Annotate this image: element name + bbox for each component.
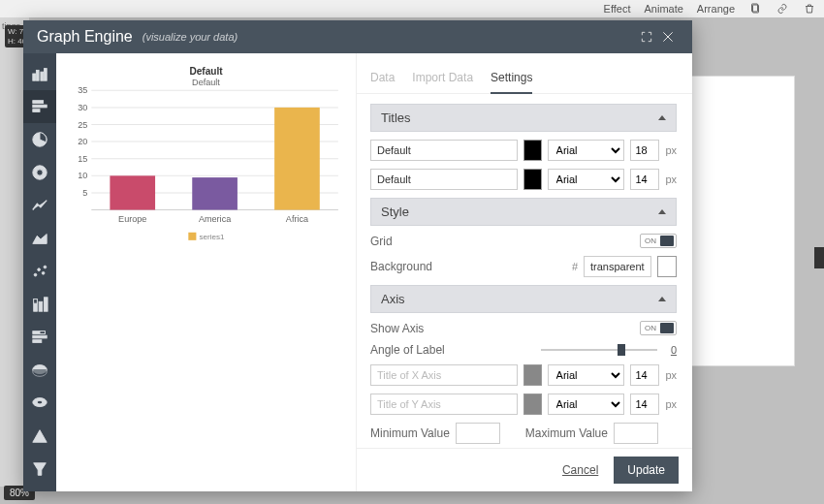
chevron-up-icon bbox=[658, 209, 666, 214]
x-axis-size-input[interactable] bbox=[630, 364, 659, 386]
close-icon[interactable] bbox=[657, 26, 679, 47]
menu-effect[interactable]: Effect bbox=[604, 3, 631, 15]
section-titles-label: Titles bbox=[381, 110, 411, 125]
svg-point-14 bbox=[42, 271, 45, 274]
min-value-input[interactable] bbox=[456, 423, 500, 444]
svg-text:5: 5 bbox=[82, 188, 87, 198]
modal-title: Graph Engine bbox=[37, 28, 133, 46]
bar-stacked-icon[interactable] bbox=[23, 288, 56, 321]
tab-settings[interactable]: Settings bbox=[491, 71, 532, 94]
donut-3d-icon[interactable] bbox=[23, 387, 56, 420]
svg-text:20: 20 bbox=[78, 137, 87, 146]
title-size-unit: px bbox=[665, 144, 677, 156]
svg-rect-22 bbox=[33, 335, 47, 338]
link-icon[interactable] bbox=[776, 2, 789, 16]
x-axis-title-input[interactable] bbox=[370, 364, 518, 386]
svg-rect-46 bbox=[192, 177, 238, 209]
chevron-up-icon bbox=[658, 297, 666, 301]
svg-text:America: America bbox=[199, 214, 232, 224]
settings-tabs: Data Import Data Settings bbox=[357, 53, 692, 94]
svg-rect-4 bbox=[41, 72, 44, 80]
svg-rect-2 bbox=[33, 74, 36, 80]
section-titles-header[interactable]: Titles bbox=[370, 104, 677, 132]
bar-grouped-icon[interactable] bbox=[23, 57, 56, 90]
menu-animate[interactable]: Animate bbox=[645, 3, 683, 15]
subtitle-color-swatch[interactable] bbox=[523, 169, 542, 190]
cancel-button[interactable]: Cancel bbox=[562, 463, 598, 477]
scatter-icon[interactable] bbox=[23, 255, 56, 288]
y-axis-title-input[interactable] bbox=[370, 394, 518, 415]
subtitle-size-input[interactable] bbox=[630, 169, 659, 190]
section-axis-header[interactable]: Axis bbox=[370, 285, 677, 313]
grid-label: Grid bbox=[370, 235, 393, 248]
right-drawer-tab[interactable] bbox=[814, 247, 824, 268]
subtitle-size-unit: px bbox=[665, 173, 677, 185]
update-button[interactable]: Update bbox=[614, 457, 679, 484]
pie-icon[interactable] bbox=[23, 123, 56, 156]
subtitle-text-input[interactable] bbox=[370, 169, 518, 190]
background-value-input[interactable] bbox=[584, 256, 651, 277]
svg-rect-17 bbox=[34, 299, 38, 304]
title-font-select[interactable]: Arial bbox=[548, 140, 625, 161]
svg-text:Europe: Europe bbox=[118, 214, 146, 224]
graph-engine-modal: Graph Engine (visualize your data) bbox=[23, 20, 692, 491]
svg-rect-5 bbox=[45, 69, 48, 81]
funnel-icon[interactable] bbox=[23, 453, 56, 486]
background-color-swatch[interactable] bbox=[657, 256, 677, 277]
menu-arrange[interactable]: Arrange bbox=[697, 3, 735, 15]
angle-slider[interactable] bbox=[541, 349, 657, 351]
title-color-swatch[interactable] bbox=[523, 140, 542, 161]
title-size-input[interactable] bbox=[630, 140, 659, 161]
svg-rect-7 bbox=[33, 105, 47, 108]
show-axis-toggle[interactable]: ON bbox=[640, 321, 677, 335]
y-axis-color-swatch[interactable] bbox=[523, 394, 542, 415]
background-hash: # bbox=[572, 261, 578, 272]
area-icon[interactable] bbox=[23, 222, 56, 255]
bar-horizontal-icon[interactable] bbox=[23, 90, 56, 123]
line-icon[interactable] bbox=[23, 189, 56, 222]
svg-text:30: 30 bbox=[78, 103, 87, 112]
y-axis-size-input[interactable] bbox=[630, 394, 659, 415]
pyramid-icon[interactable] bbox=[23, 420, 56, 453]
svg-text:Africa: Africa bbox=[286, 214, 309, 224]
svg-rect-21 bbox=[40, 331, 45, 334]
tab-data[interactable]: Data bbox=[370, 71, 395, 93]
donut-icon[interactable] bbox=[23, 156, 56, 189]
settings-panel: Data Import Data Settings Titles Arial bbox=[357, 53, 692, 491]
svg-rect-6 bbox=[33, 101, 44, 104]
svg-rect-3 bbox=[36, 70, 39, 80]
x-axis-color-swatch[interactable] bbox=[523, 364, 542, 386]
section-style-header[interactable]: Style bbox=[370, 198, 677, 226]
svg-rect-23 bbox=[33, 340, 42, 343]
grid-toggle[interactable]: ON bbox=[640, 234, 677, 248]
fullscreen-icon[interactable] bbox=[636, 26, 657, 47]
grid-toggle-state: ON bbox=[645, 236, 656, 245]
app-topbar: Effect Animate Arrange bbox=[0, 0, 824, 17]
modal-footer: Cancel Update bbox=[357, 448, 692, 491]
pie-3d-icon[interactable] bbox=[23, 354, 56, 387]
tab-import-data[interactable]: Import Data bbox=[412, 71, 473, 93]
max-value-label: Maximum Value bbox=[525, 426, 608, 440]
svg-rect-50 bbox=[188, 233, 196, 240]
svg-rect-19 bbox=[45, 298, 48, 311]
section-axis-label: Axis bbox=[381, 292, 405, 306]
trash-icon[interactable] bbox=[803, 2, 816, 16]
chevron-up-icon bbox=[658, 115, 666, 120]
show-axis-toggle-state: ON bbox=[645, 324, 656, 332]
svg-text:35: 35 bbox=[78, 85, 87, 95]
svg-text:25: 25 bbox=[78, 120, 87, 130]
svg-text:15: 15 bbox=[78, 154, 87, 164]
y-axis-font-select[interactable]: Arial bbox=[548, 394, 625, 415]
svg-text:Default: Default bbox=[189, 66, 223, 77]
svg-point-12 bbox=[34, 273, 37, 276]
title-text-input[interactable] bbox=[370, 140, 518, 161]
angle-value: 0 bbox=[663, 344, 677, 356]
bar-horizontal-stacked-icon[interactable] bbox=[23, 321, 56, 354]
clipboard-icon[interactable] bbox=[748, 2, 762, 16]
subtitle-font-select[interactable]: Arial bbox=[548, 169, 625, 190]
max-value-input[interactable] bbox=[614, 423, 658, 444]
x-axis-font-select[interactable]: Arial bbox=[548, 364, 625, 386]
svg-text:series1: series1 bbox=[199, 233, 225, 241]
svg-rect-8 bbox=[33, 110, 40, 112]
settings-scroll[interactable]: Titles Arial px Arial bbox=[357, 94, 692, 448]
